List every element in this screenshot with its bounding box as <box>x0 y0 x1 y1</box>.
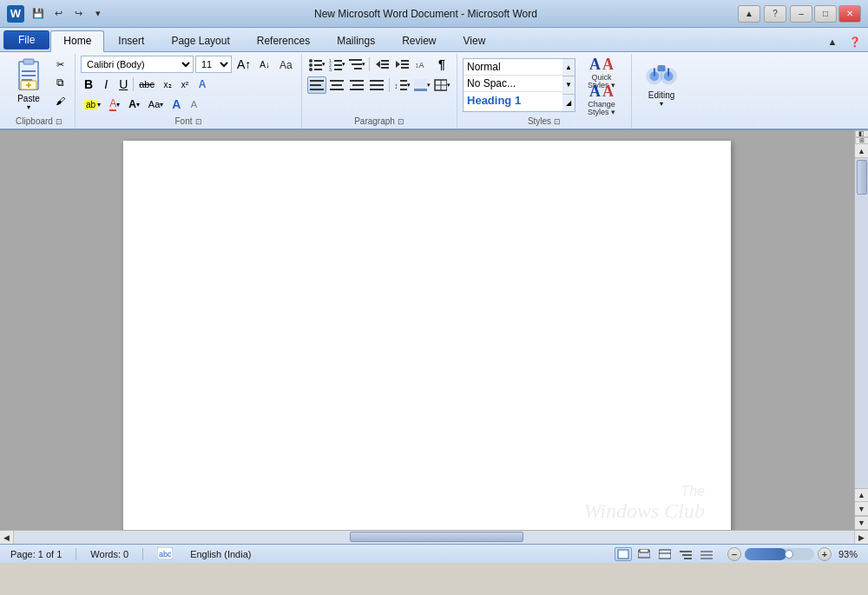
styles-more-btn[interactable]: ◢ <box>562 95 575 111</box>
style-no-spacing[interactable]: No Spac... <box>464 76 575 92</box>
maximize-btn[interactable]: □ <box>814 5 837 23</box>
h-scroll-left[interactable]: ◀ <box>0 531 14 545</box>
font-color-button[interactable]: A▾ <box>106 96 123 113</box>
strikethrough-button[interactable]: abc <box>135 76 158 93</box>
underline-button[interactable]: U <box>115 76 131 93</box>
bold-button[interactable]: B <box>81 76 96 93</box>
words-info[interactable]: Words: 0 <box>87 548 132 560</box>
minimize-btn[interactable]: – <box>790 5 812 23</box>
grow-font-btn[interactable]: A↑ <box>233 56 254 73</box>
scroll-thumb[interactable] <box>857 160 867 195</box>
tab-view[interactable]: View <box>450 30 499 52</box>
h-scroll-right[interactable]: ▶ <box>854 531 868 545</box>
ribbon-collapse-btn[interactable]: ▲ <box>738 5 760 23</box>
tab-references[interactable]: References <box>244 30 323 52</box>
sort-button[interactable]: ↕A <box>412 56 431 73</box>
styles-scroll-up[interactable]: ▲ <box>562 59 575 76</box>
zoom-level[interactable]: 93% <box>835 548 861 560</box>
tab-page-layout[interactable]: Page Layout <box>158 30 242 52</box>
font-size-select[interactable]: 11 <box>195 56 232 73</box>
format-painter-button[interactable]: 🖌 <box>50 92 69 109</box>
language-label[interactable]: English (India) <box>187 548 254 560</box>
language-indicator[interactable]: abc <box>154 546 176 562</box>
document-page[interactable]: The Windows Club <box>123 141 731 530</box>
page-info[interactable]: Page: 1 of 1 <box>7 548 65 560</box>
align-center-button[interactable] <box>327 76 346 94</box>
shading-button[interactable]: ▾ <box>412 76 431 94</box>
document-scroll-area[interactable]: The Windows Club <box>0 130 854 530</box>
print-layout-btn[interactable] <box>615 547 632 561</box>
styles-expand-icon[interactable]: ⊡ <box>554 117 561 126</box>
justify-button[interactable] <box>367 76 386 94</box>
subscript-button[interactable]: x₂ <box>160 76 175 93</box>
shrink-font-btn[interactable]: A↓ <box>256 56 273 73</box>
zoom-out-btn[interactable]: – <box>727 547 741 561</box>
font-family-select[interactable]: Calibri (Body) <box>81 56 194 73</box>
show-hide-button[interactable]: ¶ <box>432 56 451 73</box>
tab-mailings[interactable]: Mailings <box>324 30 388 52</box>
vertical-scrollbar[interactable]: ◧ ⊞ ▲ ▲ ▼ ▼ <box>854 130 868 530</box>
paragraph-expand-icon[interactable]: ⊡ <box>398 117 404 126</box>
tab-file[interactable]: File <box>3 30 49 50</box>
web-layout-btn[interactable] <box>656 547 674 561</box>
highlight-button[interactable]: ab▾ <box>81 96 104 113</box>
numbered-list-button[interactable]: 1.2.3. ▾ <box>327 56 346 73</box>
scroll-page-up[interactable]: ▲ <box>855 488 869 502</box>
window-buttons: – □ ✕ <box>790 5 861 23</box>
increase-indent-button[interactable] <box>392 56 411 73</box>
scroll-top-icon1[interactable]: ◧ <box>855 130 869 137</box>
zoom-in-btn[interactable]: + <box>818 547 832 561</box>
quick-styles-button[interactable]: A A QuickStyles ▾ <box>577 59 626 85</box>
text-effects-button[interactable]: A <box>194 76 210 93</box>
clipboard-expand-icon[interactable]: ⊡ <box>56 117 62 126</box>
undo-qa-btn[interactable]: ↩ <box>49 5 67 23</box>
scroll-down-arrow[interactable]: ▼ <box>855 516 869 530</box>
help-btn[interactable]: ? <box>764 5 786 23</box>
scroll-page-down[interactable]: ▼ <box>855 502 869 516</box>
tab-insert[interactable]: Insert <box>105 30 157 52</box>
styles-scroll-down[interactable]: ▼ <box>562 76 575 94</box>
multilevel-list-button[interactable]: ▾ <box>347 56 366 73</box>
full-screen-btn[interactable] <box>635 547 653 561</box>
redo-qa-btn[interactable]: ↪ <box>69 5 87 23</box>
font-expand-icon[interactable]: ⊡ <box>195 117 202 126</box>
grow-shrink-a-btn[interactable]: A <box>168 96 184 113</box>
draft-btn[interactable] <box>698 547 715 561</box>
align-left-button[interactable] <box>307 76 326 94</box>
cut-button[interactable]: ✂ <box>50 56 69 73</box>
svg-rect-66 <box>659 550 671 559</box>
scroll-up-arrow[interactable]: ▲ <box>855 144 869 158</box>
line-spacing-button[interactable]: ↕ ▾ <box>392 76 411 94</box>
font-color2-button[interactable]: A ▾ <box>125 96 143 113</box>
ribbon-help-btn[interactable]: ❓ <box>845 34 865 50</box>
shrink-a-btn[interactable]: A <box>186 96 201 113</box>
zoom-slider-thumb[interactable] <box>785 550 793 559</box>
style-heading1[interactable]: Heading 1 <box>464 92 575 109</box>
border-button[interactable]: ▾ <box>432 76 451 94</box>
tab-home[interactable]: Home <box>50 30 104 52</box>
change-styles-button[interactable]: A A ChangeStyles ▾ <box>577 87 626 111</box>
ribbon-arrow-up[interactable]: ▲ <box>823 34 842 50</box>
close-btn[interactable]: ✕ <box>838 5 861 23</box>
scroll-top-icon2[interactable]: ⊞ <box>855 137 869 144</box>
outline-btn[interactable] <box>677 547 694 561</box>
zoom-slider[interactable] <box>745 548 814 560</box>
clear-format-btn[interactable]: Aa <box>275 56 296 73</box>
svg-text:abc: abc <box>159 550 172 559</box>
style-normal[interactable]: Normal <box>464 59 575 76</box>
save-qa-btn[interactable]: 💾 <box>30 5 47 23</box>
tab-review[interactable]: Review <box>389 30 449 52</box>
qa-dropdown-btn[interactable]: ▾ <box>89 5 107 23</box>
decrease-indent-button[interactable] <box>372 56 391 73</box>
paste-button[interactable]: Paste ▾ <box>9 56 49 113</box>
superscript-button[interactable]: x² <box>177 76 193 93</box>
horizontal-scrollbar[interactable]: ◀ ▶ <box>0 530 868 544</box>
italic-button[interactable]: I <box>98 76 114 93</box>
h-scroll-thumb[interactable] <box>350 532 523 542</box>
copy-button[interactable]: ⧉ <box>50 74 69 91</box>
font-aa-button[interactable]: Aa▾ <box>145 96 167 113</box>
svg-text:↕: ↕ <box>394 82 398 90</box>
align-right-button[interactable] <box>347 76 366 94</box>
editing-button[interactable]: Editing ▾ <box>637 56 686 109</box>
bullets-button[interactable]: ▾ <box>307 56 326 73</box>
